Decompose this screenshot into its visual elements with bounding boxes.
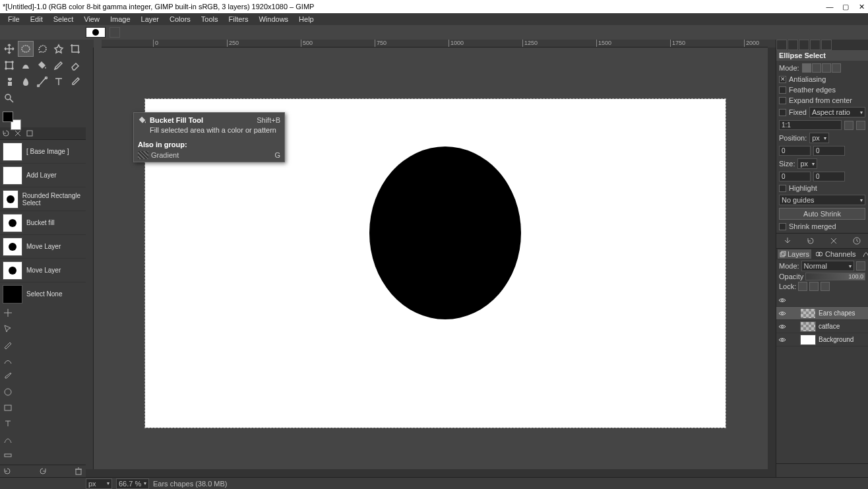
mode-replace[interactable] [802,63,811,73]
unified-transform-tool[interactable] [1,57,17,73]
size-h-input[interactable] [813,172,845,181]
layer-visibility-toggle[interactable] [776,336,788,344]
menu-image[interactable]: Image [105,14,136,24]
text-shape-tool[interactable] [1,417,15,430]
ellipse-select-tool[interactable] [18,41,34,57]
menu-tools[interactable]: Tools [196,14,224,24]
canvas-viewport[interactable] [94,48,768,469]
layer-row[interactable]: catface [776,320,868,333]
restore-options-icon[interactable] [806,236,815,245]
layer-row[interactable]: Ears chapes [776,307,868,320]
tool-options-tab-2[interactable] [788,40,798,50]
layer-row[interactable]: Background [776,333,868,346]
scrollbar-vertical[interactable] [768,48,776,469]
blend-mode-toggle[interactable] [856,261,865,271]
pointer-tool[interactable] [1,322,15,335]
menu-colors[interactable]: Colors [164,14,196,24]
color-picker-tool[interactable] [67,74,83,90]
expand-checkbox[interactable] [779,97,786,104]
undo-item[interactable]: Add Layer [0,164,86,187]
clone-tool[interactable] [1,74,17,90]
ratio-landscape[interactable] [856,121,865,130]
status-unit-combo[interactable]: px▾ [86,478,112,489]
tool-options-tab-5[interactable] [821,40,832,50]
bucket-fill-tool[interactable] [34,57,50,73]
autoshrink-button[interactable]: Auto Shrink [779,208,865,220]
lock-position[interactable] [809,282,819,291]
size-unit[interactable]: px▾ [797,158,817,169]
paths-tool[interactable] [34,74,50,90]
status-zoom-combo[interactable]: 66.7 %▾ [116,478,149,489]
undo-item[interactable]: Move Layer [0,235,86,259]
image-tab-thumbnail[interactable] [86,27,106,38]
duplicate-layer-button[interactable] [830,465,840,476]
menu-layer[interactable]: Layer [136,14,165,24]
layer-name[interactable]: catface [819,323,840,330]
pos-x-input[interactable] [779,146,811,156]
crop-tool[interactable] [67,41,83,57]
tab-layers[interactable]: Layers [778,249,811,259]
undo-item[interactable]: Select None [0,282,86,304]
image-tab-options[interactable] [109,27,120,38]
menu-help[interactable]: Help [294,14,319,24]
menu-filters[interactable]: Filters [224,14,254,24]
menu-view[interactable]: View [78,14,105,24]
fixed-combo[interactable]: Aspect ratio▾ [809,107,865,117]
redo-button-icon[interactable] [38,467,47,476]
lock-pixels[interactable] [798,282,807,291]
menu-select[interactable]: Select [48,14,79,24]
lock-alpha[interactable] [821,282,830,291]
new-group-button[interactable] [791,465,802,476]
tool-options-tab-4[interactable] [810,40,821,50]
tool-options-tab-3[interactable] [799,40,809,50]
mode-add[interactable] [812,63,821,73]
foreground-color[interactable] [3,112,13,122]
text-tool[interactable] [51,74,67,90]
ratio-portrait[interactable] [844,121,853,130]
dropper-tool[interactable] [1,370,15,383]
menu-file[interactable]: File [3,14,25,24]
rectangle-shape-tool[interactable] [1,401,15,414]
save-options-icon[interactable] [783,236,792,245]
fuzzy-select-tool[interactable] [51,41,67,57]
paintbrush-tool[interactable] [51,57,67,73]
ratio-input[interactable] [779,120,842,130]
undo-item[interactable]: Move Layer [0,259,86,282]
delete-options-icon[interactable] [829,236,838,245]
merge-layer-button[interactable] [842,465,853,476]
layer-visibility-toggle[interactable] [776,310,788,317]
fixed-checkbox[interactable] [779,109,786,116]
scrollbar-horizontal[interactable] [86,469,776,477]
reset-options-icon[interactable] [852,236,861,245]
new-layer-button[interactable] [779,465,790,476]
undo-item[interactable]: [ Base Image ] [0,140,86,164]
mode-subtract[interactable] [822,63,831,73]
guides-combo[interactable]: No guides▾ [779,195,865,205]
color-selector[interactable] [0,108,86,127]
ruler-horizontal[interactable]: 025050075010001250150017502000 [102,40,768,48]
free-select-tool[interactable] [34,41,50,57]
layer-name[interactable]: Background [819,336,853,343]
opacity-slider[interactable]: 100.0 [805,273,865,280]
pos-y-input[interactable] [813,146,845,156]
delete-button-icon[interactable] [74,467,83,476]
tool-options-tab-1[interactable] [776,40,787,50]
maximize-button[interactable]: ▢ [842,3,850,11]
warp-tool[interactable] [18,57,34,73]
mode-intersect[interactable] [832,63,841,73]
antialias-checkbox[interactable]: ✕ [779,76,786,83]
gradient-shape-tool[interactable] [1,449,15,462]
move-tool[interactable] [1,41,17,57]
ellipse-shape-tool[interactable] [1,385,15,399]
raise-layer-button[interactable] [804,465,815,476]
smudge-tool[interactable] [18,74,34,90]
position-unit[interactable]: px▾ [809,133,829,143]
minimize-button[interactable]: — [826,3,834,11]
layer-row[interactable] [776,294,868,307]
zoom-tool[interactable] [1,90,17,106]
feather-checkbox[interactable] [779,86,786,94]
tab-channels[interactable]: Channels [814,249,857,259]
pencil-tool[interactable] [1,338,15,351]
layer-name[interactable]: Ears chapes [819,310,855,317]
blend-mode-combo[interactable]: Normal▾ [801,261,854,271]
